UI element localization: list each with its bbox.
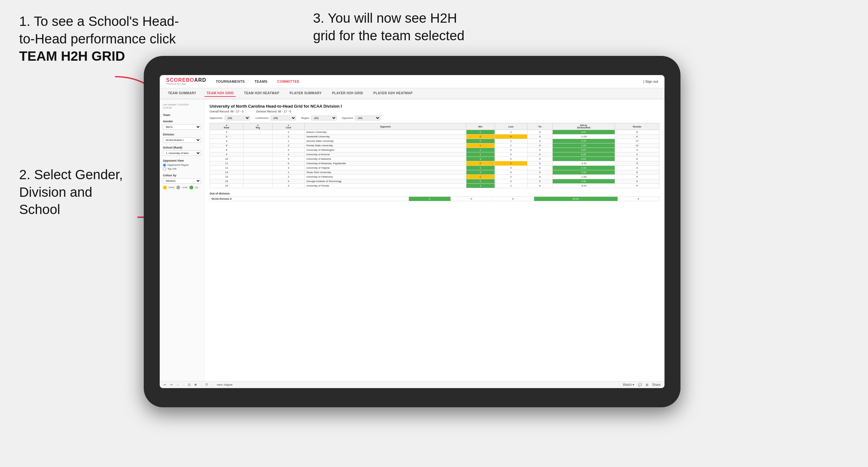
cell-rank: 6 bbox=[210, 144, 243, 148]
nav-tournaments[interactable]: TOURNAMENTS bbox=[216, 80, 245, 83]
sidebar-colour-select[interactable]: Win/loss bbox=[163, 178, 201, 184]
table-row: 12 3 University of Virginia 1 0 0 2.33 3 bbox=[210, 166, 659, 170]
cell-rounds: 8 bbox=[615, 134, 659, 139]
view-original-button[interactable]: View: Original bbox=[217, 383, 232, 386]
cell-rounds: 2 bbox=[615, 152, 659, 157]
filter-region-select[interactable]: (All) bbox=[311, 116, 337, 120]
cell-rounds: 12 bbox=[615, 144, 659, 148]
tablet-screen: SCOREBOARD Powered by clippi TOURNAMENTS… bbox=[160, 75, 664, 388]
subnav-player-summary[interactable]: PLAYER SUMMARY bbox=[287, 90, 323, 97]
out-of-division-row: NCAA Division II 1 0 0 26.00 3 bbox=[210, 197, 659, 201]
cell-opponent: Georgia Institute of Technology bbox=[305, 179, 466, 184]
sidebar-colour-section: Colour by Win/loss Down Level Up bbox=[163, 174, 201, 189]
color-legend: Down Level Up bbox=[163, 186, 201, 189]
radio-opponents-played[interactable]: Opponents Played bbox=[163, 163, 201, 167]
sidebar-division-select[interactable]: NCAA Division I bbox=[163, 137, 201, 143]
move-button[interactable]: ✥ bbox=[194, 383, 197, 386]
toolbar-divider-2: | bbox=[200, 383, 201, 386]
out-of-division: Out of division NCAA Division II 1 0 0 2… bbox=[210, 192, 659, 201]
cell-diff: 1.67 bbox=[552, 130, 615, 134]
col-header-opponent: Opponent bbox=[305, 123, 466, 130]
subnav-player-h2h-grid[interactable]: PLAYER H2H GRID bbox=[330, 90, 365, 97]
cell-conf: 6 bbox=[273, 161, 305, 166]
col-header-diff: Diff AvStrokes/Rnd bbox=[552, 123, 615, 130]
table-row: 4 1 Arizona State University 5 1 0 2.29 … bbox=[210, 139, 659, 144]
filter-row: Opponents: (All) Conference (All) Region bbox=[210, 116, 659, 120]
cell-reg bbox=[243, 175, 273, 179]
cell-diff: 9.00 bbox=[552, 152, 615, 157]
sidebar-school-select[interactable]: 1. University of Nort... bbox=[163, 151, 201, 156]
out-div-diff: 26.00 bbox=[534, 197, 618, 201]
sidebar-gender-select[interactable]: Men's bbox=[163, 124, 201, 130]
share-button[interactable]: Share bbox=[652, 383, 661, 386]
clock-button[interactable]: ⏱ bbox=[205, 383, 208, 386]
sidebar-school-label: School (Rank) bbox=[163, 146, 201, 149]
grid-button[interactable]: ⊞ bbox=[646, 383, 648, 386]
cell-win: 1 bbox=[466, 175, 495, 179]
subnav-team-h2h-grid[interactable]: TEAM H2H GRID bbox=[205, 90, 236, 97]
out-div-tie: 0 bbox=[492, 197, 534, 201]
annotation-2-line2: Division and bbox=[19, 185, 92, 200]
filter-opponents-label: Opponents: bbox=[210, 117, 223, 120]
tablet-device: SCOREBOARD Powered by clippi TOURNAMENTS… bbox=[144, 56, 680, 407]
cell-reg bbox=[243, 152, 273, 157]
nav-teams[interactable]: TEAMS bbox=[254, 80, 268, 83]
cell-opponent: Florida State University bbox=[305, 144, 466, 148]
cell-opponent: Auburn University bbox=[305, 130, 466, 134]
logo-text: SCOREBOARD bbox=[166, 77, 206, 83]
cell-tie: 0 bbox=[527, 161, 552, 166]
cell-rounds: 3 bbox=[615, 161, 659, 166]
cell-conf: 2 bbox=[273, 148, 305, 152]
sidebar-radio-group: Opponents Played Top 100 bbox=[163, 163, 201, 170]
comment-button[interactable]: 💬 bbox=[638, 383, 642, 386]
redo-button[interactable]: ↪ bbox=[170, 383, 173, 386]
back-button[interactable]: ← bbox=[176, 383, 180, 386]
filter-opponents-select[interactable]: (All) bbox=[225, 116, 250, 120]
subnav-player-h2h-heatmap[interactable]: PLAYER H2H HEATMAP bbox=[372, 90, 415, 97]
radio-top100-input[interactable] bbox=[163, 167, 166, 170]
cell-loss: 0 bbox=[495, 170, 527, 175]
cell-win: 5 bbox=[466, 139, 495, 144]
filter-opponents-group: Opponents: (All) bbox=[210, 116, 250, 120]
sign-out-button[interactable]: | Sign out bbox=[643, 80, 658, 83]
cell-tie: 0 bbox=[527, 179, 552, 184]
filter-opponent-select[interactable]: (All) bbox=[355, 116, 380, 120]
cell-diff: -2.29 bbox=[552, 134, 615, 139]
undo-button[interactable]: ↩ bbox=[163, 383, 166, 386]
sidebar-division-section: Division NCAA Division I bbox=[163, 133, 201, 143]
annotation-1-line1: 1. To see a School's Head- bbox=[19, 14, 179, 29]
cell-tie: 0 bbox=[527, 139, 552, 144]
cell-tie: 0 bbox=[527, 166, 552, 170]
cell-diff: -1.00 bbox=[552, 175, 615, 179]
cell-opponent: University of Washington bbox=[305, 148, 466, 152]
crop-button[interactable]: ⊡ bbox=[188, 383, 190, 386]
cell-win: 1 bbox=[466, 148, 495, 152]
cell-reg bbox=[243, 161, 273, 166]
col-header-rounds: Rounds bbox=[615, 123, 659, 130]
cell-diff: 1.83 bbox=[552, 144, 615, 148]
overall-record: Overall Record: 89 - 17 - 0 bbox=[210, 110, 243, 113]
cell-loss: 1 bbox=[495, 130, 527, 134]
watch-button[interactable]: Watch ▾ bbox=[623, 383, 634, 386]
cell-reg bbox=[243, 184, 273, 188]
nav-committee[interactable]: COMMITTEE bbox=[277, 80, 300, 83]
cell-tie: 0 bbox=[527, 170, 552, 175]
color-dot-up bbox=[189, 186, 193, 189]
radio-opponents-played-input[interactable] bbox=[163, 163, 166, 167]
filter-conference-select[interactable]: (All) bbox=[271, 116, 296, 120]
cell-tie: 0 bbox=[527, 130, 552, 134]
radio-top100[interactable]: Top 100 bbox=[163, 167, 201, 170]
annotation-3-line2: grid for the team selected bbox=[313, 28, 465, 43]
cell-diff: 2.61 bbox=[552, 157, 615, 161]
h2h-table: #Rank #Reg #Conf Opponent Win Loss Tie D… bbox=[210, 123, 659, 188]
subnav-team-h2h-heatmap[interactable]: TEAM H2H HEATMAP bbox=[242, 90, 281, 97]
color-label-down: Down bbox=[169, 186, 175, 188]
subnav-team-summary[interactable]: TEAM SUMMARY bbox=[166, 90, 198, 97]
color-label-up: Up bbox=[195, 186, 198, 188]
cell-win: 1 bbox=[466, 152, 495, 157]
sidebar: Last Updated: 27/03/202416:55:38 Team Ge… bbox=[160, 99, 205, 381]
cell-loss: 2 bbox=[495, 175, 527, 179]
sub-nav: TEAM SUMMARY TEAM H2H GRID TEAM H2H HEAT… bbox=[160, 88, 664, 99]
cell-conf: 1 bbox=[273, 170, 305, 175]
cell-conf: 2 bbox=[273, 134, 305, 139]
